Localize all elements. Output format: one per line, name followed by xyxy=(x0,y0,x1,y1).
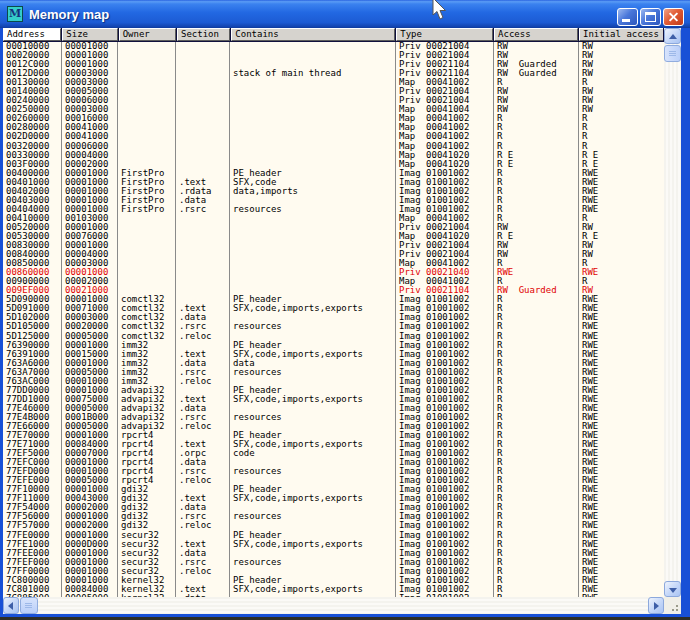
table-row[interactable]: 00403000 00001000 FirstPro .data Imag 01… xyxy=(3,196,664,205)
table-row[interactable]: 7C801000 00084000 kernel32 .text SFX,cod… xyxy=(3,585,664,594)
table-row[interactable]: 5D102000 00003000 comctl32 .data Imag 01… xyxy=(3,313,664,322)
table-row[interactable]: 77EF5000 00007000 rpcrt4 .orpc code Imag… xyxy=(3,449,664,458)
table-row[interactable]: 00330000 00004000 Map 00041020 R E R E xyxy=(3,151,664,160)
table-row[interactable]: 00240000 00006000 Priv 00021004 RW RW xyxy=(3,96,664,105)
table-row[interactable]: 00320000 00006000 Map 00041002 R R xyxy=(3,142,664,151)
cell-contains: resources xyxy=(230,558,396,567)
cell-size: 00001000 xyxy=(62,42,118,51)
column-header-initial-access[interactable]: Initial access xyxy=(579,28,663,41)
table-row[interactable]: 0012D000 00003000 stack of main thread P… xyxy=(3,69,664,78)
table-row[interactable]: 77DD1000 00075000 advapi32 .text SFX,cod… xyxy=(3,395,664,404)
table-row[interactable]: 77F56000 00001000 gdi32 .rsrc resources … xyxy=(3,512,664,521)
scroll-up-button[interactable] xyxy=(664,28,681,44)
cell-section: .text xyxy=(176,585,230,594)
memory-map-icon[interactable]: M xyxy=(7,6,23,22)
table-row[interactable]: 00850000 00003000 Map 00041002 R R xyxy=(3,259,664,268)
table-row[interactable]: 77FE0000 00001000 secur32 PE header Imag… xyxy=(3,531,664,540)
table-row[interactable]: 009EF000 00021000 Priv 00021104 RW Guard… xyxy=(3,286,664,295)
cell-type: Imag 01001002 xyxy=(396,422,494,431)
table-row[interactable]: 77FE1000 0000D000 secur32 .text SFX,code… xyxy=(3,540,664,549)
cell-address: 5D102000 xyxy=(3,313,62,322)
table-row[interactable]: 00140000 00005000 Priv 00021004 RW RW xyxy=(3,87,664,96)
resize-grip[interactable] xyxy=(664,597,681,614)
maximize-button[interactable] xyxy=(640,8,661,26)
vertical-scroll-thumb[interactable] xyxy=(664,45,681,62)
cell-size: 00005000 xyxy=(62,404,118,413)
table-row[interactable]: 00900000 00002000 Map 00041002 R R xyxy=(3,277,664,286)
scroll-right-button[interactable] xyxy=(648,597,664,614)
table-row[interactable]: 77F57000 00002000 gdi32 .reloc Imag 0100… xyxy=(3,521,664,530)
cell-owner: comctl32 xyxy=(118,295,176,304)
table-row[interactable]: 00250000 00003000 Map 00041004 RW RW xyxy=(3,105,664,114)
column-header-section[interactable]: Section xyxy=(177,28,230,41)
cell-size: 00001000 xyxy=(62,196,118,205)
table-row[interactable]: 00280000 00041000 Map 00041002 R R xyxy=(3,123,664,132)
table-row[interactable]: 77FF0000 00001000 secur32 .reloc Imag 01… xyxy=(3,567,664,576)
table-row[interactable]: 5D125000 00005000 comctl32 .reloc Imag 0… xyxy=(3,332,664,341)
column-header-type[interactable]: Type xyxy=(396,28,493,41)
column-header-address[interactable]: Address xyxy=(3,28,61,41)
table-row[interactable]: 5D105000 00020000 comctl32 .rsrc resourc… xyxy=(3,322,664,331)
table-row[interactable]: 77E46000 00005000 advapi32 .data Imag 01… xyxy=(3,404,664,413)
cell-address: 77FEF000 xyxy=(3,558,62,567)
table-row[interactable]: 77F54000 00002000 gdi32 .data Imag 01001… xyxy=(3,503,664,512)
cell-owner: secur32 xyxy=(118,540,176,549)
cell-initial-access: R E xyxy=(579,160,664,169)
table-row[interactable]: 00010000 00001000 Priv 00021004 RW RW xyxy=(3,42,664,51)
table-row[interactable]: 77FEF000 00001000 secur32 .rsrc resource… xyxy=(3,558,664,567)
table-row[interactable]: 77DD0000 00001000 advapi32 PE header Ima… xyxy=(3,386,664,395)
column-header-contains[interactable]: Contains xyxy=(231,28,395,41)
table-row[interactable]: 003F0000 00002000 Map 00041020 R E R E xyxy=(3,160,664,169)
table-row[interactable]: 00260000 00016000 Map 00041002 R R xyxy=(3,114,664,123)
table-row[interactable]: 77E4B000 0001B000 advapi32 .rsrc resourc… xyxy=(3,413,664,422)
cell-access: R xyxy=(494,205,579,214)
column-header-owner[interactable]: Owner xyxy=(119,28,176,41)
horizontal-scroll-thumb[interactable] xyxy=(20,597,38,614)
table-row[interactable]: 77E66000 00005000 advapi32 .reloc Imag 0… xyxy=(3,422,664,431)
cell-section: .text xyxy=(176,494,230,503)
column-header-access[interactable]: Access xyxy=(494,28,578,41)
table-row[interactable]: 5D091000 00071000 comctl32 .text SFX,cod… xyxy=(3,304,664,313)
table-row[interactable]: 763A6000 00001000 imm32 .data data Imag … xyxy=(3,359,664,368)
cell-owner: gdi32 xyxy=(118,503,176,512)
table-row[interactable]: 77EFE000 00005000 rpcrt4 .reloc Imag 010… xyxy=(3,476,664,485)
scroll-down-button[interactable] xyxy=(664,581,681,597)
table-row[interactable]: 7C800000 00001000 kernel32 PE header Ima… xyxy=(3,576,664,585)
minimize-button[interactable] xyxy=(617,8,638,26)
table-row[interactable]: 763A7000 00005000 imm32 .rsrc resources … xyxy=(3,368,664,377)
horizontal-scrollbar[interactable] xyxy=(3,597,664,614)
table-row[interactable]: 00020000 00001000 Priv 00021004 RW RW xyxy=(3,51,664,60)
table-row[interactable]: 77EFC000 00001000 rpcrt4 .data Imag 0100… xyxy=(3,458,664,467)
table-row[interactable]: 77EFD000 00001000 rpcrt4 .rsrc resources… xyxy=(3,467,664,476)
table-row[interactable]: 00130000 00003000 Map 00041002 R R xyxy=(3,78,664,87)
table-row[interactable]: 77E71000 00084000 rpcrt4 .text SFX,code,… xyxy=(3,440,664,449)
vertical-scrollbar[interactable] xyxy=(664,28,681,597)
table-row[interactable]: 00860000 00001000 Priv 00021040 RWE RWE xyxy=(3,268,664,277)
cell-contains xyxy=(230,241,396,250)
table-row[interactable]: 77FEE000 00001000 secur32 .data Imag 010… xyxy=(3,549,664,558)
table-row[interactable]: 00840000 00004000 Priv 00021004 RW RW xyxy=(3,250,664,259)
table-row[interactable]: 00520000 00001000 Priv 00021004 RW RW xyxy=(3,223,664,232)
title-bar[interactable]: M Memory map xyxy=(0,0,690,28)
cell-size: 00001000 xyxy=(62,467,118,476)
table-row[interactable]: 00830000 00001000 Priv 00021004 RW RW xyxy=(3,241,664,250)
column-header-size[interactable]: Size xyxy=(62,28,117,41)
scroll-left-button[interactable] xyxy=(3,597,19,614)
table-row[interactable]: 0012C000 00001000 Priv 00021104 RW Guard… xyxy=(3,60,664,69)
table-row[interactable]: 77F10000 00001000 gdi32 PE header Imag 0… xyxy=(3,485,664,494)
cell-owner xyxy=(118,69,176,78)
table-row[interactable]: 00410000 00103000 Map 00041002 R R xyxy=(3,214,664,223)
table-row[interactable]: 77E70000 00001000 rpcrt4 PE header Imag … xyxy=(3,431,664,440)
table-row[interactable]: 00401000 00001000 FirstPro .text SFX,cod… xyxy=(3,178,664,187)
table-row[interactable]: 76390000 00001000 imm32 PE header Imag 0… xyxy=(3,341,664,350)
table-row[interactable]: 00402000 00001000 FirstPro .rdata data,i… xyxy=(3,187,664,196)
table-row[interactable]: 00404000 00001000 FirstPro .rsrc resourc… xyxy=(3,205,664,214)
table-row[interactable]: 00530000 00076000 Map 00041020 R E R E xyxy=(3,232,664,241)
close-button[interactable] xyxy=(663,8,684,26)
table-row[interactable]: 763AC000 00001000 imm32 .reloc Imag 0100… xyxy=(3,377,664,386)
table-row[interactable]: 77F11000 00043000 gdi32 .text SFX,code,i… xyxy=(3,494,664,503)
table-row[interactable]: 00400000 00001000 FirstPro PE header Ima… xyxy=(3,169,664,178)
table-row[interactable]: 76391000 00015000 imm32 .text SFX,code,i… xyxy=(3,350,664,359)
table-row[interactable]: 5D090000 00001000 comctl32 PE header Ima… xyxy=(3,295,664,304)
table-row[interactable]: 002D0000 00041000 Map 00041002 R R xyxy=(3,132,664,141)
